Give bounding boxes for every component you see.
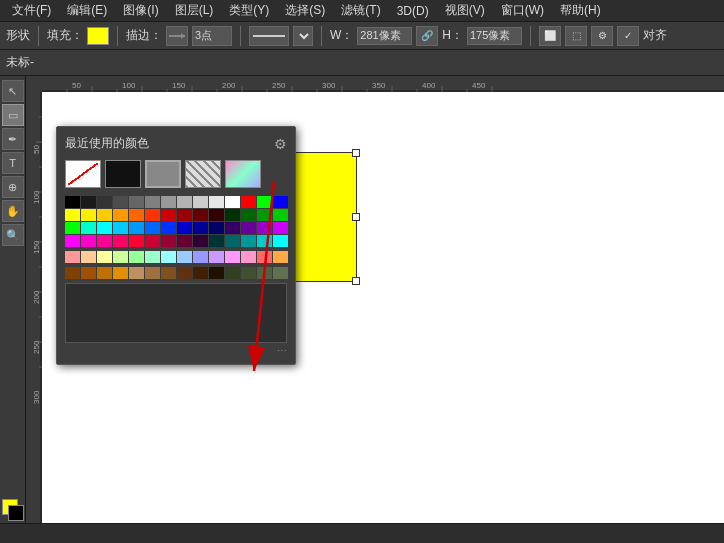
menu-filter[interactable]: 滤镜(T) xyxy=(333,0,388,21)
resize-handle[interactable]: ⋯ xyxy=(65,345,287,356)
color-cell[interactable] xyxy=(225,196,240,208)
color-cell[interactable] xyxy=(113,267,128,279)
color-cell[interactable] xyxy=(113,235,128,247)
width-input[interactable] xyxy=(357,27,412,45)
color-cell[interactable] xyxy=(161,209,176,221)
color-cell[interactable] xyxy=(177,251,192,263)
color-cell[interactable] xyxy=(145,209,160,221)
color-cell[interactable] xyxy=(113,251,128,263)
color-cell[interactable] xyxy=(81,251,96,263)
color-cell[interactable] xyxy=(81,196,96,208)
color-cell[interactable] xyxy=(65,267,80,279)
fill-swatch[interactable] xyxy=(87,27,109,45)
select-tool[interactable]: ↖ xyxy=(2,80,24,102)
color-cell[interactable] xyxy=(81,222,96,234)
color-cell[interactable] xyxy=(81,209,96,221)
color-cell[interactable] xyxy=(177,209,192,221)
color-cell[interactable] xyxy=(97,196,112,208)
handle-tr[interactable] xyxy=(352,149,360,157)
color-cell[interactable] xyxy=(257,222,272,234)
zoom-tool[interactable]: 🔍 xyxy=(2,224,24,246)
color-cell[interactable] xyxy=(81,235,96,247)
color-cell[interactable] xyxy=(177,267,192,279)
color-cell[interactable] xyxy=(145,222,160,234)
color-cell[interactable] xyxy=(65,235,80,247)
color-cell[interactable] xyxy=(193,196,208,208)
height-input[interactable] xyxy=(467,27,522,45)
handle-mr[interactable] xyxy=(352,213,360,221)
color-cell[interactable] xyxy=(225,251,240,263)
menu-select[interactable]: 选择(S) xyxy=(277,0,333,21)
color-cell[interactable] xyxy=(161,251,176,263)
distribute-btn[interactable]: ⬚ xyxy=(565,26,587,46)
handle-br[interactable] xyxy=(352,277,360,285)
color-cell[interactable] xyxy=(209,251,224,263)
pen-tool[interactable]: ✒ xyxy=(2,128,24,150)
color-cell[interactable] xyxy=(273,209,288,221)
color-cell[interactable] xyxy=(65,209,80,221)
menu-image[interactable]: 图像(I) xyxy=(115,0,166,21)
color-cell[interactable] xyxy=(193,235,208,247)
color-cell[interactable] xyxy=(273,222,288,234)
check-btn[interactable]: ✓ xyxy=(617,26,639,46)
menu-type[interactable]: 类型(Y) xyxy=(221,0,277,21)
swatch-gray[interactable] xyxy=(145,160,181,188)
color-cell[interactable] xyxy=(129,196,144,208)
hand-tool[interactable]: ✋ xyxy=(2,200,24,222)
shape-tool[interactable]: ▭ xyxy=(2,104,24,126)
color-cell[interactable] xyxy=(273,251,288,263)
color-cell[interactable] xyxy=(113,209,128,221)
color-cell[interactable] xyxy=(113,222,128,234)
color-cell[interactable] xyxy=(145,235,160,247)
settings-btn[interactable]: ⚙ xyxy=(591,26,613,46)
color-cell[interactable] xyxy=(257,235,272,247)
stroke-type-select[interactable] xyxy=(293,26,313,46)
color-cell[interactable] xyxy=(113,196,128,208)
color-cell[interactable] xyxy=(161,267,176,279)
color-cell[interactable] xyxy=(97,267,112,279)
menu-3d[interactable]: 3D(D) xyxy=(389,2,437,20)
stroke-style-btn[interactable] xyxy=(166,26,188,46)
color-cell[interactable] xyxy=(193,209,208,221)
color-cell[interactable] xyxy=(177,222,192,234)
menu-layer[interactable]: 图层(L) xyxy=(167,0,222,21)
color-cell[interactable] xyxy=(161,235,176,247)
swatch-black[interactable] xyxy=(105,160,141,188)
color-cell[interactable] xyxy=(209,196,224,208)
menu-view[interactable]: 视图(V) xyxy=(437,0,493,21)
color-cell[interactable] xyxy=(97,251,112,263)
color-cell[interactable] xyxy=(225,267,240,279)
color-cell[interactable] xyxy=(209,235,224,247)
background-color[interactable] xyxy=(8,505,24,521)
stroke-line-style-btn[interactable] xyxy=(249,26,289,46)
color-cell[interactable] xyxy=(193,222,208,234)
color-cell[interactable] xyxy=(97,235,112,247)
text-tool[interactable]: T xyxy=(2,152,24,174)
color-cell[interactable] xyxy=(81,267,96,279)
color-cell[interactable] xyxy=(225,235,240,247)
color-cell[interactable] xyxy=(65,251,80,263)
color-cell[interactable] xyxy=(257,267,272,279)
color-cell[interactable] xyxy=(145,251,160,263)
color-cell[interactable] xyxy=(257,251,272,263)
swatch-hatched[interactable] xyxy=(185,160,221,188)
eyedropper-tool[interactable]: ⊕ xyxy=(2,176,24,198)
color-cell[interactable] xyxy=(177,196,192,208)
canvas-area[interactable]: 50 100 150 200 250 300 350 400 450 xyxy=(26,76,724,523)
gear-icon[interactable]: ⚙ xyxy=(274,136,287,152)
color-cell[interactable] xyxy=(273,267,288,279)
color-cell[interactable] xyxy=(273,196,288,208)
color-cell[interactable] xyxy=(129,222,144,234)
color-cell[interactable] xyxy=(241,235,256,247)
color-cell[interactable] xyxy=(97,222,112,234)
color-cell[interactable] xyxy=(209,209,224,221)
color-cell[interactable] xyxy=(129,251,144,263)
color-cell[interactable] xyxy=(241,251,256,263)
color-cell[interactable] xyxy=(257,209,272,221)
color-cell[interactable] xyxy=(257,196,272,208)
color-cell[interactable] xyxy=(225,222,240,234)
color-cell[interactable] xyxy=(129,267,144,279)
color-cell[interactable] xyxy=(65,222,80,234)
color-cell[interactable] xyxy=(129,235,144,247)
swatch-none[interactable] xyxy=(65,160,101,188)
